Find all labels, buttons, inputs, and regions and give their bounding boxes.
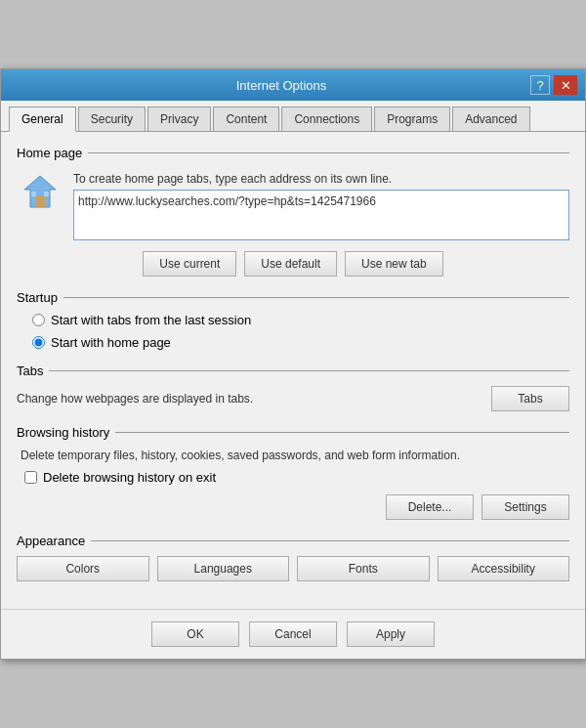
home-icon bbox=[17, 168, 63, 215]
tab-privacy[interactable]: Privacy bbox=[147, 107, 211, 131]
svg-rect-3 bbox=[31, 192, 36, 196]
tabs-button[interactable]: Tabs bbox=[491, 386, 569, 411]
delete-on-exit-checkbox[interactable] bbox=[24, 471, 37, 484]
startup-header: Startup bbox=[17, 290, 569, 305]
close-button[interactable]: ✕ bbox=[554, 75, 577, 95]
appearance-section: Appearance Colors Languages Fonts Access… bbox=[17, 534, 569, 581]
startup-option1[interactable]: Start with tabs from the last session bbox=[32, 313, 569, 327]
home-page-header: Home page bbox=[17, 146, 569, 160]
tab-programs[interactable]: Programs bbox=[374, 107, 450, 131]
home-page-description: To create home page tabs, type each addr… bbox=[73, 168, 569, 186]
home-page-url-input[interactable]: http://www.luckysearches.com/?type=hp&ts… bbox=[73, 190, 569, 240]
browsing-history-header: Browsing history bbox=[17, 425, 569, 440]
help-button[interactable]: ? bbox=[530, 75, 550, 95]
delete-button[interactable]: Delete... bbox=[386, 494, 474, 520]
svg-rect-1 bbox=[35, 195, 45, 207]
languages-button[interactable]: Languages bbox=[157, 556, 290, 581]
bottom-bar: OK Cancel Apply bbox=[1, 609, 585, 659]
tabs-section: Tabs Change how webpages are displayed i… bbox=[17, 364, 569, 411]
startup-section: Startup Start with tabs from the last se… bbox=[17, 290, 569, 350]
tabs-header: Tabs bbox=[17, 364, 569, 378]
startup-option2[interactable]: Start with home page bbox=[32, 335, 569, 350]
apply-button[interactable]: Apply bbox=[347, 621, 435, 647]
title-bar-controls: ? ✕ bbox=[530, 75, 577, 95]
tab-connections[interactable]: Connections bbox=[281, 107, 372, 131]
settings-button[interactable]: Settings bbox=[481, 494, 569, 520]
fonts-button[interactable]: Fonts bbox=[297, 556, 430, 581]
browsing-history-content: Delete temporary files, history, cookies… bbox=[17, 448, 569, 520]
startup-radio2[interactable] bbox=[32, 336, 45, 349]
tab-content-area: Home page To create home page tabs, type… bbox=[1, 132, 585, 609]
tab-bar: General Security Privacy Content Connect… bbox=[1, 101, 585, 132]
use-new-tab-button[interactable]: Use new tab bbox=[345, 251, 443, 277]
window-title: Internet Options bbox=[32, 78, 530, 93]
home-page-section: Home page To create home page tabs, type… bbox=[17, 146, 569, 277]
browsing-history-section: Browsing history Delete temporary files,… bbox=[17, 425, 569, 520]
title-bar: Internet Options ? ✕ bbox=[1, 69, 585, 101]
internet-options-dialog: Internet Options ? ✕ General Security Pr… bbox=[0, 68, 586, 660]
startup-options: Start with tabs from the last session St… bbox=[32, 313, 569, 350]
appearance-header: Appearance bbox=[17, 534, 569, 548]
ok-button[interactable]: OK bbox=[151, 621, 239, 647]
colors-button[interactable]: Colors bbox=[17, 556, 149, 581]
delete-on-exit-label[interactable]: Delete browsing history on exit bbox=[24, 470, 569, 485]
tab-advanced[interactable]: Advanced bbox=[452, 107, 529, 131]
home-page-right: To create home page tabs, type each addr… bbox=[73, 168, 569, 243]
use-current-button[interactable]: Use current bbox=[143, 251, 236, 277]
accessibility-button[interactable]: Accessibility bbox=[438, 556, 570, 581]
home-page-buttons: Use current Use default Use new tab bbox=[17, 251, 569, 277]
use-default-button[interactable]: Use default bbox=[244, 251, 337, 277]
tab-security[interactable]: Security bbox=[78, 107, 146, 131]
browsing-history-description: Delete temporary files, history, cookies… bbox=[21, 448, 569, 464]
svg-rect-2 bbox=[44, 192, 49, 196]
startup-radio1[interactable] bbox=[32, 314, 45, 326]
tab-general[interactable]: General bbox=[9, 107, 76, 132]
cancel-button[interactable]: Cancel bbox=[249, 621, 337, 647]
home-page-content: To create home page tabs, type each addr… bbox=[17, 168, 569, 243]
tabs-description: Change how webpages are displayed in tab… bbox=[17, 392, 491, 406]
tabs-content: Change how webpages are displayed in tab… bbox=[17, 386, 569, 411]
tab-content[interactable]: Content bbox=[213, 107, 279, 131]
appearance-buttons: Colors Languages Fonts Accessibility bbox=[17, 556, 569, 581]
browsing-history-buttons: Delete... Settings bbox=[21, 494, 569, 520]
